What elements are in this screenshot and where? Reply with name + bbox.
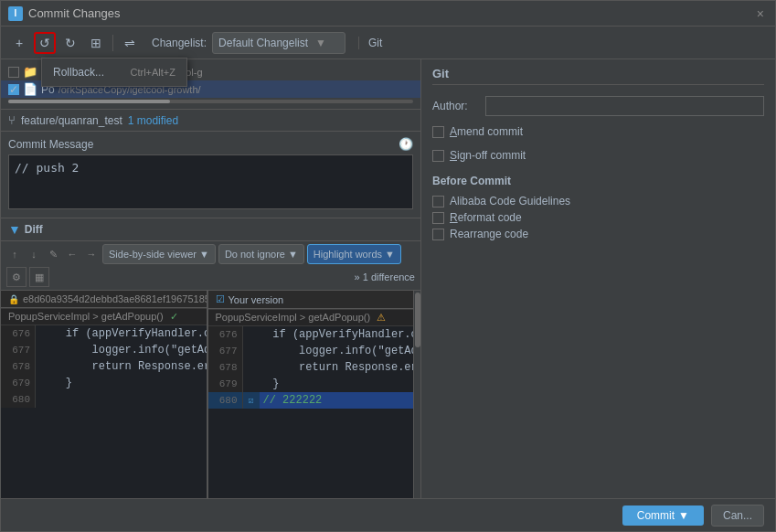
line-num: 678 xyxy=(1,358,36,375)
green-check-icon: ✓ xyxy=(170,311,178,322)
ignore-dropdown[interactable]: Do not ignore ▼ xyxy=(218,244,304,264)
author-input[interactable] xyxy=(485,96,764,116)
line-num: 678 xyxy=(208,359,243,376)
line-num: 676 xyxy=(1,325,36,342)
rearrange-checkbox[interactable] xyxy=(432,229,444,240)
rearrange-row[interactable]: Rearrange code xyxy=(432,226,764,242)
diff-layout-icon[interactable]: ▦ xyxy=(29,267,49,287)
left-code-area[interactable]: 676 if (appVerifyHandler.check 677 logge… xyxy=(1,325,207,498)
commit-message-label: Commit Message xyxy=(8,138,93,151)
diff-settings-icon[interactable]: ⚙ xyxy=(6,267,27,287)
viewer-arrow-icon: ▼ xyxy=(199,249,209,260)
vertical-scrollbar[interactable] xyxy=(413,291,420,498)
dropdown-arrow-icon: ▼ xyxy=(315,37,326,49)
scrollbar-mini[interactable] xyxy=(8,100,413,103)
commit-button[interactable]: Commit ▼ xyxy=(622,505,704,526)
add-button[interactable]: + xyxy=(8,32,30,54)
before-commit-section: Before Commit Alibaba Code Guidelines Re… xyxy=(432,175,764,242)
left-panel: 📁 igetc D:\WorkSpaceCopy\igetcool-g ✓ 📄 … xyxy=(1,59,421,498)
signoff-commit-checkbox[interactable] xyxy=(432,150,444,162)
code-content: // 222222 xyxy=(260,392,326,409)
amend-commit-checkbox[interactable] xyxy=(432,126,444,138)
amend-commit-row[interactable]: Amend commit xyxy=(432,123,764,140)
file-checkbox-2[interactable]: ✓ xyxy=(8,84,19,95)
diff-section: ▼ Diff ↑ ↓ ✎ ← → Side-by-side viewer ▼ D… xyxy=(1,218,420,498)
code-content: } xyxy=(243,376,283,392)
lock-icon: 🔒 xyxy=(8,294,19,304)
cancel-button[interactable]: Can... xyxy=(711,505,764,527)
right-method-text: PopupServiceImpl > getAdPopup() xyxy=(216,312,371,323)
reformat-checkbox[interactable] xyxy=(432,212,444,224)
code-content: return Response.error( xyxy=(36,358,207,375)
changelist-dropdown[interactable]: Default Changelist ▼ xyxy=(212,32,345,54)
refresh-button[interactable]: ↻ xyxy=(59,32,81,54)
diff-count: » 1 difference xyxy=(355,271,415,282)
highlight-label: Highlight words xyxy=(314,249,382,260)
code-line-679-left: 679 } xyxy=(1,375,207,391)
rollback-shortcut: Ctrl+Alt+Z xyxy=(130,67,175,78)
diff-toolbar: ↑ ↓ ✎ ← → Side-by-side viewer ▼ Do not i… xyxy=(1,241,420,291)
line-num: 677 xyxy=(208,343,243,359)
right-version-label: Your version xyxy=(229,294,284,305)
code-line-679-right: 679 } xyxy=(208,376,414,392)
right-code-area[interactable]: 676 if (appVerifyHandler.checkIn 677 log… xyxy=(208,326,414,498)
ignore-label: Do not ignore xyxy=(225,249,285,260)
rollback-popup-item[interactable]: Rollback... Ctrl+Alt+Z xyxy=(42,62,186,82)
clock-icon: 🕐 xyxy=(399,137,413,151)
diff-header: ▼ Diff xyxy=(1,218,420,241)
alibaba-checkbox[interactable] xyxy=(432,196,444,207)
left-method-label: PopupServiceImpl > getAdPopup() ✓ xyxy=(1,308,207,325)
line-num: 679 xyxy=(208,376,243,392)
changelist-label: Changelist: xyxy=(152,37,207,49)
code-line-680-left: 680 xyxy=(1,391,207,408)
author-label: Author: xyxy=(432,100,478,112)
diff-nav-right[interactable]: → xyxy=(83,246,100,262)
diff-nav-down[interactable]: ↓ xyxy=(26,246,42,262)
code-line-677-left: 677 logger.info("getAdPopu xyxy=(1,342,207,358)
code-content: if (appVerifyHandler.checkIn xyxy=(243,326,414,343)
line-num: 677 xyxy=(1,342,36,358)
title-bar: I Commit Changes × xyxy=(1,1,775,27)
checkbox-680[interactable]: ☑ xyxy=(243,392,260,409)
diff-nav-left[interactable]: ← xyxy=(64,246,80,262)
reformat-row[interactable]: Reformat code xyxy=(432,209,764,226)
viewer-dropdown[interactable]: Side-by-side viewer ▼ xyxy=(102,244,216,264)
author-row: Author: xyxy=(432,96,764,116)
branch-icon: ⑂ xyxy=(8,113,16,127)
close-button[interactable]: × xyxy=(753,5,768,23)
commit-bar: Commit ▼ Can... xyxy=(1,498,775,531)
commit-label: Commit xyxy=(637,509,675,522)
before-commit-header: Before Commit xyxy=(432,175,764,187)
highlight-dropdown[interactable]: Highlight words ▼ xyxy=(307,244,401,264)
code-content: logger.info("getAdPopu xyxy=(36,342,207,358)
highlight-arrow-icon: ▼ xyxy=(385,249,395,260)
right-version-header: ☑ Your version xyxy=(208,291,414,309)
code-line-677-right: 677 logger.info("getAdPopup- xyxy=(208,343,414,359)
rollback-button[interactable]: ↺ xyxy=(34,32,56,54)
code-line-676-left: 676 if (appVerifyHandler.check xyxy=(1,325,207,342)
diff-nav-edit[interactable]: ✎ xyxy=(45,246,61,262)
amend-commit-label: Amend commit xyxy=(450,125,523,138)
code-content xyxy=(36,391,43,408)
rearrange-label: Rearrange code xyxy=(450,228,528,240)
code-line-676-right: 676 if (appVerifyHandler.checkIn xyxy=(208,326,414,343)
left-version-panel: 🔒 e8d60a9354d2debbd3ae8681ef196751854cd0… xyxy=(1,291,207,498)
line-num: 679 xyxy=(1,375,36,391)
commit-message-input[interactable]: // push 2 xyxy=(8,154,413,209)
signoff-commit-row[interactable]: Sign-off commit xyxy=(432,147,764,164)
commit-message-header: Commit Message 🕐 xyxy=(8,137,413,151)
left-method-text: PopupServiceImpl > getAdPopup() xyxy=(8,311,164,322)
code-content: } xyxy=(36,375,76,391)
git-label: Git xyxy=(358,37,382,49)
alibaba-row[interactable]: Alibaba Code Guidelines xyxy=(432,193,764,209)
diff-nav-up[interactable]: ↑ xyxy=(6,246,23,262)
alibaba-label: Alibaba Code Guidelines xyxy=(450,195,570,207)
git-section-title: Git xyxy=(432,67,764,85)
layout-button[interactable]: ⊞ xyxy=(85,32,107,54)
settings-button[interactable]: ⇌ xyxy=(119,32,141,54)
your-version-checkbox[interactable]: ☑ xyxy=(216,293,225,305)
right-panel: Git Author: Amend commit Sign-off commit… xyxy=(421,59,775,498)
code-line-680-right: 680 ☑ // 222222 xyxy=(208,392,414,409)
file-checkbox-1[interactable] xyxy=(8,67,19,78)
right-version-panel: ☑ Your version PopupServiceImpl > getAdP… xyxy=(208,291,414,498)
